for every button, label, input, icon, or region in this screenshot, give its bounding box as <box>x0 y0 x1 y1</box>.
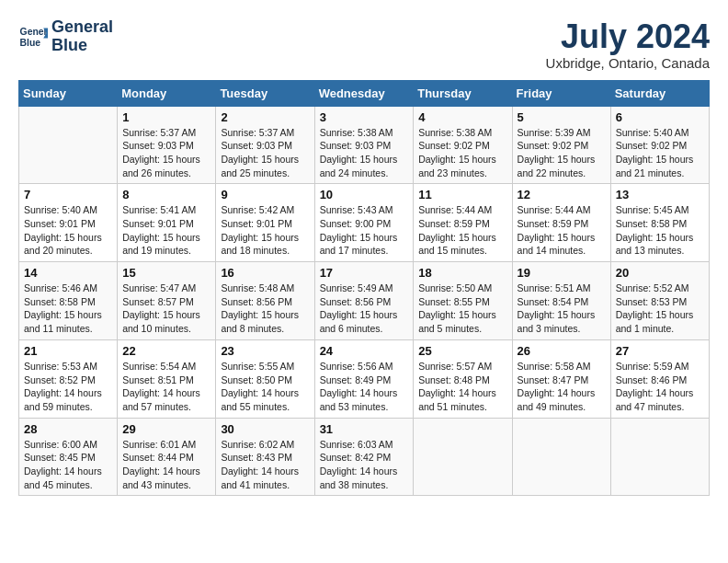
day-number: 29 <box>122 422 210 436</box>
calendar-cell <box>610 418 709 496</box>
calendar-title: July 2024 <box>546 18 710 55</box>
day-info: Sunrise: 5:51 AM Sunset: 8:54 PM Dayligh… <box>518 282 606 336</box>
calendar-cell: 17Sunrise: 5:49 AM Sunset: 8:56 PM Dayli… <box>314 262 414 340</box>
day-info: Sunrise: 5:44 AM Sunset: 8:59 PM Dayligh… <box>518 203 606 258</box>
day-info: Sunrise: 5:44 AM Sunset: 8:59 PM Dayligh… <box>418 203 506 258</box>
day-number: 16 <box>221 266 309 280</box>
day-info: Sunrise: 5:37 AM Sunset: 9:03 PM Dayligh… <box>122 126 210 180</box>
day-info: Sunrise: 5:56 AM Sunset: 8:49 PM Dayligh… <box>320 360 409 414</box>
day-number: 25 <box>418 344 506 358</box>
calendar-cell: 16Sunrise: 5:48 AM Sunset: 8:56 PM Dayli… <box>216 262 314 340</box>
calendar-cell: 25Sunrise: 5:57 AM Sunset: 8:48 PM Dayli… <box>414 339 512 418</box>
day-info: Sunrise: 5:55 AM Sunset: 8:50 PM Dayligh… <box>221 360 309 414</box>
day-info: Sunrise: 6:02 AM Sunset: 8:43 PM Dayligh… <box>221 438 309 492</box>
day-number: 24 <box>320 344 409 358</box>
calendar-cell: 22Sunrise: 5:54 AM Sunset: 8:51 PM Dayli… <box>118 339 216 418</box>
day-info: Sunrise: 5:49 AM Sunset: 8:56 PM Dayligh… <box>320 282 409 336</box>
calendar-cell <box>414 418 512 496</box>
title-block: July 2024 Uxbridge, Ontario, Canada <box>546 18 710 71</box>
calendar-cell: 18Sunrise: 5:50 AM Sunset: 8:55 PM Dayli… <box>414 262 512 340</box>
day-info: Sunrise: 5:52 AM Sunset: 8:53 PM Dayligh… <box>616 282 704 336</box>
calendar-cell: 2Sunrise: 5:37 AM Sunset: 9:03 PM Daylig… <box>216 106 314 184</box>
svg-text:General: General <box>20 27 48 37</box>
calendar-cell: 15Sunrise: 5:47 AM Sunset: 8:57 PM Dayli… <box>118 262 216 340</box>
calendar-cell: 23Sunrise: 5:55 AM Sunset: 8:50 PM Dayli… <box>216 339 314 418</box>
calendar-cell: 27Sunrise: 5:59 AM Sunset: 8:46 PM Dayli… <box>610 339 709 418</box>
calendar-table: SundayMondayTuesdayWednesdayThursdayFrid… <box>18 80 710 497</box>
calendar-cell: 8Sunrise: 5:41 AM Sunset: 9:01 PM Daylig… <box>118 184 216 262</box>
week-row-2: 7Sunrise: 5:40 AM Sunset: 9:01 PM Daylig… <box>19 184 710 262</box>
day-number: 23 <box>221 344 309 358</box>
calendar-cell: 13Sunrise: 5:45 AM Sunset: 8:58 PM Dayli… <box>610 184 709 262</box>
day-info: Sunrise: 6:03 AM Sunset: 8:42 PM Dayligh… <box>320 438 409 492</box>
day-number: 27 <box>616 344 704 358</box>
logo-icon: General Blue <box>18 22 48 52</box>
calendar-cell: 7Sunrise: 5:40 AM Sunset: 9:01 PM Daylig… <box>19 184 118 262</box>
day-number: 11 <box>418 188 506 201</box>
day-number: 14 <box>24 266 112 280</box>
calendar-cell: 28Sunrise: 6:00 AM Sunset: 8:45 PM Dayli… <box>19 418 118 496</box>
calendar-cell: 6Sunrise: 5:40 AM Sunset: 9:02 PM Daylig… <box>610 106 709 184</box>
day-info: Sunrise: 6:00 AM Sunset: 8:45 PM Dayligh… <box>24 438 112 492</box>
day-number: 12 <box>518 188 606 201</box>
column-header-thursday: Thursday <box>414 80 512 106</box>
day-info: Sunrise: 5:46 AM Sunset: 8:58 PM Dayligh… <box>24 282 112 336</box>
day-info: Sunrise: 5:57 AM Sunset: 8:48 PM Dayligh… <box>418 360 506 414</box>
day-number: 8 <box>122 188 210 201</box>
day-info: Sunrise: 5:38 AM Sunset: 9:03 PM Dayligh… <box>320 126 409 180</box>
column-header-saturday: Saturday <box>610 80 709 106</box>
day-number: 19 <box>518 266 606 280</box>
day-number: 13 <box>616 188 704 201</box>
calendar-cell: 14Sunrise: 5:46 AM Sunset: 8:58 PM Dayli… <box>19 262 118 340</box>
calendar-cell: 31Sunrise: 6:03 AM Sunset: 8:42 PM Dayli… <box>314 418 414 496</box>
day-info: Sunrise: 5:48 AM Sunset: 8:56 PM Dayligh… <box>221 282 309 336</box>
day-number: 30 <box>221 422 309 436</box>
week-row-5: 28Sunrise: 6:00 AM Sunset: 8:45 PM Dayli… <box>19 418 710 496</box>
day-number: 18 <box>418 266 506 280</box>
day-info: Sunrise: 5:58 AM Sunset: 8:47 PM Dayligh… <box>518 360 606 414</box>
calendar-cell: 9Sunrise: 5:42 AM Sunset: 9:01 PM Daylig… <box>216 184 314 262</box>
day-info: Sunrise: 5:42 AM Sunset: 9:01 PM Dayligh… <box>221 203 309 258</box>
day-number: 31 <box>320 422 409 436</box>
week-row-4: 21Sunrise: 5:53 AM Sunset: 8:52 PM Dayli… <box>19 339 710 418</box>
calendar-cell: 1Sunrise: 5:37 AM Sunset: 9:03 PM Daylig… <box>118 106 216 184</box>
svg-text:Blue: Blue <box>20 37 41 47</box>
day-info: Sunrise: 5:59 AM Sunset: 8:46 PM Dayligh… <box>616 360 704 414</box>
calendar-cell: 19Sunrise: 5:51 AM Sunset: 8:54 PM Dayli… <box>512 262 610 340</box>
day-info: Sunrise: 5:53 AM Sunset: 8:52 PM Dayligh… <box>24 360 112 414</box>
calendar-body: 1Sunrise: 5:37 AM Sunset: 9:03 PM Daylig… <box>19 106 710 496</box>
day-number: 1 <box>122 110 210 124</box>
day-number: 15 <box>122 266 210 280</box>
logo-text-line1: General <box>51 18 113 37</box>
calendar-cell <box>19 106 118 184</box>
day-info: Sunrise: 5:50 AM Sunset: 8:55 PM Dayligh… <box>418 282 506 336</box>
logo: General Blue General Blue <box>18 18 113 55</box>
logo-text-line2: Blue <box>51 37 113 55</box>
column-header-tuesday: Tuesday <box>216 80 314 106</box>
day-info: Sunrise: 5:39 AM Sunset: 9:02 PM Dayligh… <box>518 126 606 180</box>
calendar-cell: 30Sunrise: 6:02 AM Sunset: 8:43 PM Dayli… <box>216 418 314 496</box>
calendar-cell: 12Sunrise: 5:44 AM Sunset: 8:59 PM Dayli… <box>512 184 610 262</box>
day-info: Sunrise: 5:40 AM Sunset: 9:01 PM Dayligh… <box>24 203 112 258</box>
column-header-monday: Monday <box>118 80 216 106</box>
day-number: 4 <box>418 110 506 124</box>
day-info: Sunrise: 5:38 AM Sunset: 9:02 PM Dayligh… <box>418 126 506 180</box>
day-info: Sunrise: 5:47 AM Sunset: 8:57 PM Dayligh… <box>122 282 210 336</box>
day-number: 17 <box>320 266 409 280</box>
day-info: Sunrise: 6:01 AM Sunset: 8:44 PM Dayligh… <box>122 438 210 492</box>
week-row-3: 14Sunrise: 5:46 AM Sunset: 8:58 PM Dayli… <box>19 262 710 340</box>
page-header: General Blue General Blue July 2024 Uxbr… <box>18 18 710 71</box>
column-header-friday: Friday <box>512 80 610 106</box>
day-info: Sunrise: 5:37 AM Sunset: 9:03 PM Dayligh… <box>221 126 309 180</box>
calendar-subtitle: Uxbridge, Ontario, Canada <box>546 55 710 71</box>
week-row-1: 1Sunrise: 5:37 AM Sunset: 9:03 PM Daylig… <box>19 106 710 184</box>
day-number: 21 <box>24 344 112 358</box>
calendar-cell: 5Sunrise: 5:39 AM Sunset: 9:02 PM Daylig… <box>512 106 610 184</box>
calendar-cell: 11Sunrise: 5:44 AM Sunset: 8:59 PM Dayli… <box>414 184 512 262</box>
calendar-header-row: SundayMondayTuesdayWednesdayThursdayFrid… <box>19 80 710 106</box>
day-number: 7 <box>24 188 112 201</box>
calendar-cell: 26Sunrise: 5:58 AM Sunset: 8:47 PM Dayli… <box>512 339 610 418</box>
day-number: 5 <box>518 110 606 124</box>
day-number: 2 <box>221 110 309 124</box>
day-number: 6 <box>616 110 704 124</box>
